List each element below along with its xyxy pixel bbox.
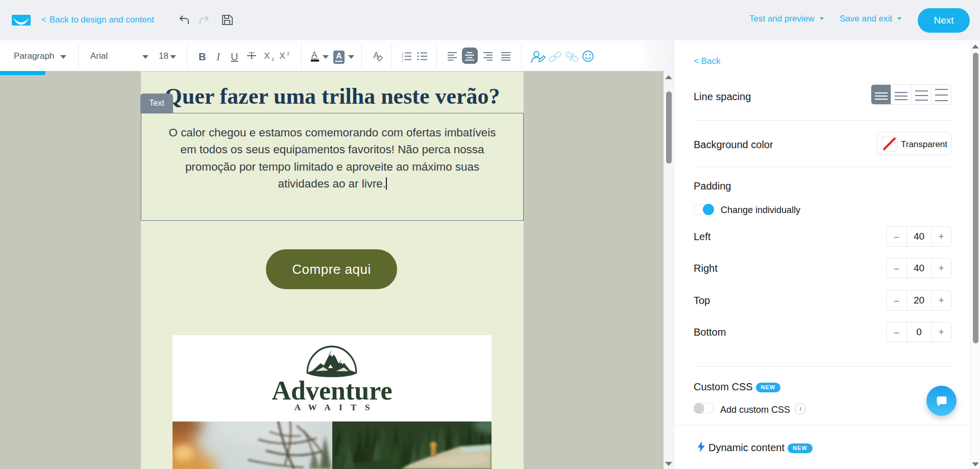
svg-text:A: A — [373, 51, 379, 60]
svg-text:3: 3 — [402, 59, 404, 62]
svg-text:2: 2 — [272, 57, 274, 61]
svg-text:2: 2 — [402, 55, 404, 58]
svg-text:2: 2 — [287, 51, 289, 56]
svg-text:1: 1 — [402, 52, 404, 55]
svg-text:X: X — [264, 51, 270, 61]
svg-text:X: X — [279, 51, 285, 61]
